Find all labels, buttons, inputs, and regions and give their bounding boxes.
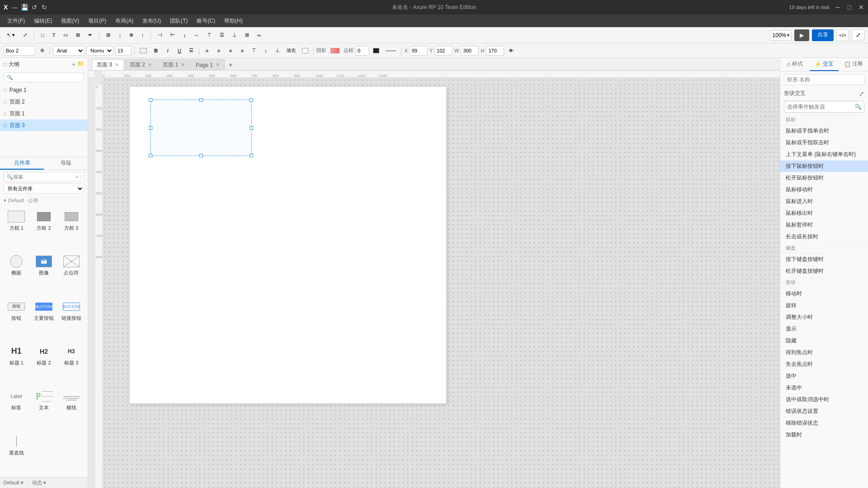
format-btn2[interactable]: ↓ <box>115 31 124 39</box>
event-mouseup[interactable]: 松开鼠标按钮时 <box>780 172 868 184</box>
tab-components[interactable]: 元件库 <box>0 157 44 170</box>
event-search-box[interactable]: 🔍 <box>784 101 864 113</box>
menu-edit[interactable]: 编辑(E) <box>30 16 56 26</box>
dynamic-label[interactable]: 动态 ▾ <box>32 479 46 486</box>
menu-account[interactable]: 账号(C) <box>193 16 219 26</box>
visibility-btn[interactable]: 👁 <box>506 46 516 56</box>
expand-button[interactable]: ⤢ <box>852 29 864 41</box>
event-error-set[interactable]: 错误状态设置 <box>780 406 868 417</box>
tab-page1b[interactable]: Page 1 ✕ <box>191 59 225 70</box>
zoom-dropdown-icon[interactable]: ▾ <box>787 33 789 38</box>
y-input[interactable] <box>434 46 453 56</box>
preview-button[interactable]: ▶ <box>794 29 809 41</box>
comp-circle[interactable]: 椭圆 <box>4 252 29 295</box>
handle-mid-left[interactable] <box>149 126 152 130</box>
menu-help[interactable]: 帮助(H) <box>221 16 246 26</box>
format-btn4[interactable]: ↑ <box>138 31 147 39</box>
style-select[interactable]: Normal <box>86 46 113 56</box>
zoom-control[interactable]: 100% ▾ <box>770 30 792 41</box>
align-center-btn[interactable]: ≡ <box>214 46 224 56</box>
right-tab-notes[interactable]: 📋 注释 <box>839 58 868 71</box>
align-btn5[interactable]: ⊤ <box>204 31 215 39</box>
menu-publish[interactable]: 发布(U) <box>139 16 165 26</box>
fill-color-btn[interactable] <box>137 46 149 56</box>
event-select-toggle[interactable]: 选中或取消选中时 <box>780 394 868 406</box>
tab-page2-close[interactable]: ✕ <box>148 62 152 68</box>
tab-page3-close[interactable]: ✕ <box>115 62 119 68</box>
event-unselect[interactable]: 未选中 <box>780 382 868 394</box>
code-button[interactable]: </> <box>836 29 849 41</box>
w-input[interactable] <box>461 46 479 56</box>
event-show[interactable]: 显示 <box>780 323 868 335</box>
pen-tool[interactable]: ✒ <box>85 31 95 39</box>
pages-search-box[interactable]: 🔍 <box>4 72 84 82</box>
event-blur[interactable]: 失去焦点时 <box>780 359 868 370</box>
comp-btn[interactable]: 按钮 按钮 <box>4 298 29 341</box>
comp-text[interactable]: P ─────────── 文本 <box>31 387 57 430</box>
fit-btn[interactable]: 填充 <box>284 46 298 56</box>
right-tab-interact[interactable]: ⚡ 交互 <box>810 58 839 71</box>
align-right-btn[interactable]: ≡ <box>226 46 236 56</box>
component-search[interactable]: 🔍 + ⋮ <box>4 172 84 182</box>
align-btn1[interactable]: ⊣ <box>155 31 165 39</box>
shadow-color-btn[interactable] <box>328 46 342 56</box>
event-load[interactable]: 加载时 <box>780 429 868 441</box>
event-move[interactable]: 移动时 <box>780 288 868 300</box>
select-tool[interactable]: ↖ ▾ <box>4 31 18 39</box>
event-dblclick[interactable]: 鼠标或手指双击时 <box>780 137 868 149</box>
component-filter-select[interactable]: 所有元件库 <box>4 184 84 194</box>
input-tool[interactable]: ▭ <box>60 31 71 39</box>
event-keydown[interactable]: 按下键盘按键时 <box>780 254 868 265</box>
handle-bot-center[interactable] <box>199 154 203 157</box>
align-btn3[interactable]: ↕ <box>180 31 189 39</box>
page-item-page1[interactable]: □ Page 1 <box>0 84 88 96</box>
win-maximize[interactable]: □ <box>846 4 853 10</box>
selected-widget-box[interactable] <box>150 99 252 156</box>
tab-page1-close[interactable]: ✕ <box>181 62 185 68</box>
valign-bot-btn[interactable]: ⊥ <box>273 46 283 56</box>
comp-h1[interactable]: H1 标题 1 <box>4 342 29 385</box>
align-btn7[interactable]: ⊥ <box>229 31 240 39</box>
menu-team[interactable]: 团队(T) <box>166 16 191 26</box>
align-justify-btn[interactable]: ≡ <box>237 46 247 56</box>
valign-top-btn[interactable]: ⊤ <box>249 46 259 56</box>
event-longpress[interactable]: 长击或长按时 <box>780 231 868 243</box>
list-btn[interactable]: ☰ <box>186 46 196 56</box>
h-input[interactable] <box>486 46 504 56</box>
event-keyup[interactable]: 松开键盘按键时 <box>780 265 868 277</box>
event-mousemove[interactable]: 鼠标移动时 <box>780 184 868 196</box>
border-width-input[interactable] <box>355 46 369 56</box>
save-btn[interactable]: 💾 <box>21 4 28 10</box>
event-rotate[interactable]: 旋转 <box>780 300 868 312</box>
valign-mid-btn[interactable]: ↕ <box>261 46 271 56</box>
align-btn6[interactable]: ☰ <box>217 31 227 39</box>
handle-top-right[interactable] <box>250 98 253 102</box>
handle-top-left[interactable] <box>149 98 152 102</box>
widget-name-input[interactable] <box>4 46 35 56</box>
tab-page1[interactable]: 页面 1 ✕ <box>158 59 190 70</box>
add-folder-btn[interactable]: 📁 <box>77 61 84 68</box>
handle-bot-left[interactable] <box>149 154 152 157</box>
rect-tool[interactable]: □ <box>38 31 47 39</box>
italic-btn[interactable]: I <box>163 46 173 56</box>
event-focus[interactable]: 得到焦点时 <box>780 347 868 359</box>
event-mouseenter[interactable]: 鼠标进入时 <box>780 196 868 208</box>
connection-tool[interactable]: ⤢ <box>20 31 30 39</box>
event-resize[interactable]: 调整大小时 <box>780 312 868 323</box>
bold-btn[interactable]: B <box>151 46 161 56</box>
align-btn2[interactable]: ⊢ <box>167 31 178 39</box>
shape-interact-expand-btn[interactable]: ⤢ <box>859 90 864 97</box>
comp-h3[interactable]: H3 标题 3 <box>58 342 84 385</box>
tab-page2[interactable]: 页面 2 ✕ <box>125 59 157 70</box>
x-input[interactable] <box>410 46 428 56</box>
undo-btn[interactable]: ↺ <box>31 4 38 10</box>
event-error-remove[interactable]: 移除错误状态 <box>780 417 868 429</box>
align-btn4[interactable]: ↔ <box>191 31 202 39</box>
comp-btn-primary[interactable]: BUTTON 主要按钮 <box>31 298 57 341</box>
event-mouseleave[interactable]: 鼠标移出时 <box>780 208 868 219</box>
fill-box-btn[interactable] <box>300 46 311 56</box>
tab-page3[interactable]: 页面 3 ✕ <box>92 59 124 70</box>
menu-view[interactable]: 视图(V) <box>57 16 83 26</box>
event-context[interactable]: 上下文菜单 (鼠标右键单击时) <box>780 149 868 161</box>
shape-name-input[interactable] <box>784 74 864 85</box>
